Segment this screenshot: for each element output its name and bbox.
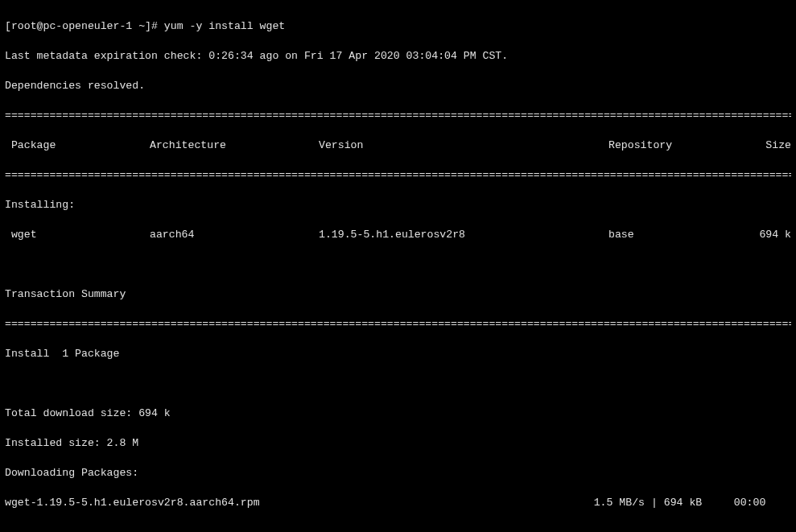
pkg-version: 1.19.5-5.h1.eulerosv2r8	[319, 228, 608, 242]
terminal-output[interactable]: [root@pc-openeuler-1 ~]# yum -y install …	[5, 5, 791, 532]
download-file: wget-1.19.5-5.h1.eulerosv2r8.aarch64.rpm	[5, 496, 594, 510]
pkg-arch: aarch64	[150, 228, 319, 242]
pkg-repo: base	[608, 228, 745, 242]
col-repository: Repository	[608, 138, 745, 153]
download-speed: 1.5 MB/s | 694 kB 00:00	[594, 496, 791, 510]
pkg-size: 694 k	[745, 228, 791, 242]
prompt-line-1: [root@pc-openeuler-1 ~]# yum -y install …	[5, 19, 791, 34]
deps-resolved-line: Dependencies resolved.	[5, 79, 791, 93]
downloading-label: Downloading Packages:	[5, 466, 791, 480]
transaction-summary-label: Transaction Summary	[5, 287, 791, 302]
installed-size: Installed size: 2.8 M	[5, 436, 791, 451]
col-version: Version	[319, 138, 608, 153]
col-size: Size	[745, 138, 791, 153]
col-architecture: Architecture	[150, 138, 319, 153]
table-header-row: PackageArchitectureVersionRepositorySize	[5, 138, 791, 153]
entered-command: yum -y install wget	[164, 19, 285, 34]
total-download-size: Total download size: 694 k	[5, 406, 791, 421]
pkg-name: wget	[5, 228, 150, 242]
divider-eq: ========================================…	[5, 109, 791, 123]
installing-label: Installing:	[5, 198, 791, 212]
table-row: wgetaarch641.19.5-5.h1.eulerosv2r8base69…	[5, 228, 791, 242]
install-count: Install 1 Package	[5, 347, 791, 361]
col-package: Package	[5, 138, 150, 153]
metadata-line: Last metadata expiration check: 0:26:34 …	[5, 49, 791, 64]
download-row: wget-1.19.5-5.h1.eulerosv2r8.aarch64.rpm…	[5, 496, 791, 510]
shell-prompt: [root@pc-openeuler-1 ~]#	[5, 19, 164, 34]
divider-dash: ----------------------------------------…	[5, 526, 791, 532]
blank-line	[5, 377, 791, 391]
divider-eq: ========================================…	[5, 168, 791, 183]
blank-line	[5, 258, 791, 272]
divider-eq: ========================================…	[5, 317, 791, 332]
